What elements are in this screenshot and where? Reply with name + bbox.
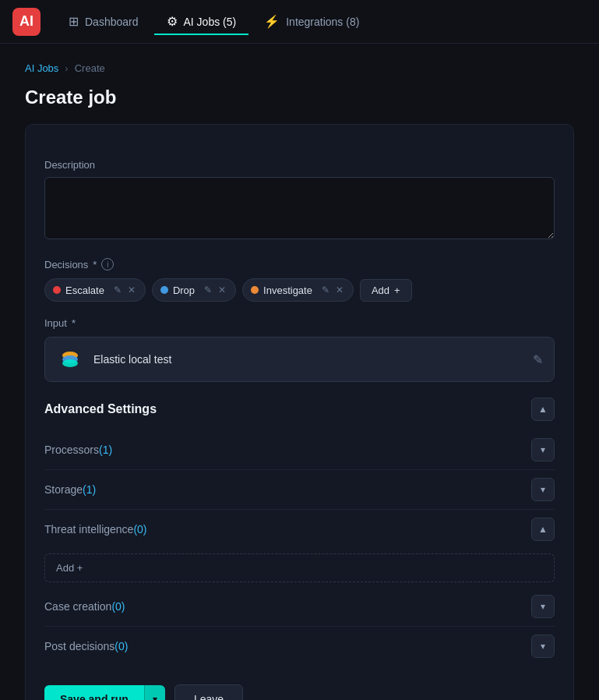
add-decision-button[interactable]: Add +: [360, 279, 412, 302]
investigate-actions: ✎ ✕: [320, 283, 345, 297]
escalate-remove-button[interactable]: ✕: [126, 283, 137, 297]
svg-point-3: [62, 359, 78, 367]
main-content: AI Jobs › Create Create job Description …: [0, 44, 599, 700]
case-creation-label: Case creation(0): [44, 600, 125, 613]
description-textarea[interactable]: [44, 177, 555, 239]
page-title: Create job: [25, 87, 574, 108]
drop-dot: [160, 286, 168, 294]
drop-remove-button[interactable]: ✕: [217, 283, 227, 297]
nav-item-dashboard[interactable]: ⊞ Dashboard: [56, 8, 151, 35]
input-value: Elastic local test: [93, 353, 523, 366]
input-required: *: [72, 317, 76, 329]
processors-toggle[interactable]: ▾: [531, 438, 555, 461]
decisions-section: Decisions * i Escalate ✎ ✕ Drop: [44, 258, 555, 302]
decision-tag-investigate: Investigate ✎ ✕: [242, 278, 354, 302]
decisions-required: *: [93, 259, 97, 270]
description-section: Description: [44, 159, 555, 242]
decisions-row: Escalate ✎ ✕ Drop ✎ ✕: [44, 278, 555, 302]
breadcrumb-current: Create: [75, 62, 105, 74]
threat-intelligence-expanded: Add +: [44, 553, 555, 582]
input-section: Input * Elastic local test ✎: [44, 317, 555, 382]
post-decisions-toggle[interactable]: ▾: [531, 635, 555, 658]
input-edit-button[interactable]: ✎: [533, 352, 543, 367]
processors-label: Processors(1): [44, 444, 112, 456]
description-label: Description: [44, 159, 555, 171]
dashboard-icon: ⊞: [69, 14, 79, 29]
decisions-label-row: Decisions * i: [44, 258, 555, 270]
nav-item-integrations[interactable]: ⚡ Integrations (8): [252, 8, 372, 35]
nav-item-integrations-label: Integrations (8): [286, 16, 359, 28]
breadcrumb-separator: ›: [65, 62, 68, 74]
breadcrumb-parent[interactable]: AI Jobs: [25, 62, 58, 74]
app-logo: AI: [12, 8, 41, 36]
threat-intelligence-toggle[interactable]: ▲: [531, 518, 555, 541]
save-and-run-button[interactable]: Save and run: [44, 685, 144, 700]
storage-label: Storage(1): [44, 483, 96, 496]
nav-item-dashboard-label: Dashboard: [85, 16, 139, 28]
create-job-card: Description Decisions * i Escalate ✎ ✕: [25, 124, 574, 700]
escalate-dot: [53, 286, 61, 294]
decisions-label-text: Decisions: [44, 259, 88, 270]
escalate-edit-button[interactable]: ✎: [112, 283, 123, 297]
drop-label: Drop: [173, 285, 195, 296]
settings-row-threat-intelligence: Threat intelligence(0) ▲: [44, 510, 555, 549]
ai-jobs-icon: ⚙: [167, 14, 178, 29]
post-decisions-label: Post decisions(0): [44, 640, 128, 652]
add-decision-icon: +: [394, 285, 400, 296]
breadcrumb: AI Jobs › Create: [25, 62, 574, 74]
integrations-icon: ⚡: [264, 14, 280, 29]
investigate-remove-button[interactable]: ✕: [334, 283, 345, 297]
drop-actions: ✎ ✕: [203, 283, 227, 297]
advanced-settings-section: Advanced Settings ▲ Processors(1) ▾ Stor…: [44, 398, 555, 666]
save-btn-group: Save and run ▾: [44, 685, 165, 700]
advanced-settings-toggle[interactable]: ▲: [531, 398, 555, 421]
input-row: Elastic local test ✎: [44, 337, 555, 382]
drop-edit-button[interactable]: ✎: [203, 283, 213, 297]
escalate-actions: ✎ ✕: [112, 283, 137, 297]
case-creation-toggle[interactable]: ▾: [531, 595, 555, 618]
threat-add-button[interactable]: Add +: [56, 562, 83, 574]
investigate-label: Investigate: [263, 285, 312, 296]
advanced-settings-title: Advanced Settings: [44, 402, 157, 416]
top-nav: AI ⊞ Dashboard ⚙ AI Jobs (5) ⚡ Integrati…: [0, 0, 599, 44]
settings-row-case-creation: Case creation(0) ▾: [44, 587, 555, 627]
add-decision-label: Add: [372, 285, 389, 296]
advanced-settings-header: Advanced Settings ▲: [44, 398, 555, 421]
escalate-label: Escalate: [65, 285, 104, 296]
investigate-edit-button[interactable]: ✎: [320, 283, 331, 297]
nav-item-ai-jobs[interactable]: ⚙ AI Jobs (5): [154, 8, 249, 35]
settings-row-storage: Storage(1) ▾: [44, 470, 555, 510]
settings-row-post-decisions: Post decisions(0) ▾: [44, 627, 555, 666]
footer-row: Save and run ▾ Leave: [44, 684, 555, 700]
input-label-row: Input *: [44, 317, 555, 329]
elastic-icon: [56, 345, 84, 373]
storage-toggle[interactable]: ▾: [531, 478, 555, 501]
investigate-dot: [251, 286, 259, 294]
nav-items: ⊞ Dashboard ⚙ AI Jobs (5) ⚡ Integrations…: [56, 8, 587, 35]
save-dropdown-icon: ▾: [153, 694, 157, 700]
leave-button[interactable]: Leave: [174, 684, 243, 700]
save-dropdown-button[interactable]: ▾: [144, 685, 165, 700]
nav-item-ai-jobs-label: AI Jobs (5): [184, 16, 237, 28]
decision-tag-drop: Drop ✎ ✕: [152, 278, 236, 302]
input-label-text: Input: [44, 317, 67, 329]
decision-tag-escalate: Escalate ✎ ✕: [44, 278, 146, 302]
threat-add-label: Add +: [56, 562, 83, 574]
settings-row-processors: Processors(1) ▾: [44, 430, 555, 470]
threat-intelligence-label: Threat intelligence(0): [44, 523, 147, 536]
decisions-info-icon[interactable]: i: [101, 258, 114, 270]
